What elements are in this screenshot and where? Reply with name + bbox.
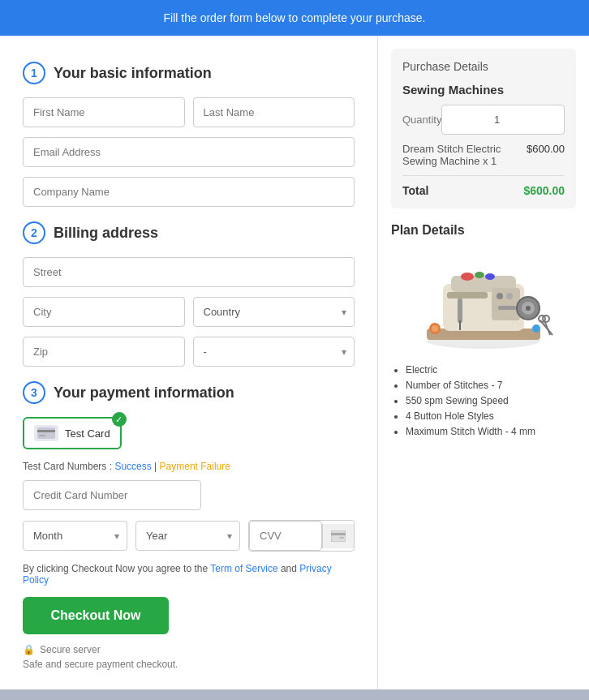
right-panel: Purchase Details Sewing Machines Quantit…	[378, 36, 589, 689]
plan-details-title: Plan Details	[391, 223, 576, 238]
item-row: Dream Stitch Electric Sewing Machine x 1…	[402, 143, 565, 176]
section2-header: 2 Billing address	[23, 221, 355, 244]
item-price: $600.00	[527, 143, 565, 167]
city-input[interactable]	[23, 297, 185, 327]
success-link[interactable]: Success	[114, 461, 151, 472]
terms-text: By clicking Checkout Now you agree to th…	[23, 563, 355, 586]
svg-rect-0	[37, 427, 55, 439]
section2-number: 2	[23, 221, 45, 244]
email-wrapper	[23, 137, 355, 167]
payment-row: Month 010203 040506 070809 101112 Year 2…	[23, 520, 355, 552]
checkout-button[interactable]: Checkout Now	[23, 597, 169, 634]
cc-input[interactable]	[23, 480, 201, 510]
section3-title: Your payment information	[54, 384, 234, 402]
feature-item: Number of Stitches - 7	[406, 380, 576, 391]
zip-input[interactable]	[23, 337, 185, 367]
name-row	[23, 97, 355, 127]
svg-rect-3	[331, 530, 346, 542]
company-wrapper	[23, 177, 355, 207]
banner-text: Fill the order form below to complete yo…	[164, 11, 426, 24]
cvv-input[interactable]	[249, 521, 322, 551]
svg-point-20	[497, 293, 503, 299]
country-select-wrapper: Country United States United Kingdom Can…	[193, 297, 355, 327]
tos-link[interactable]: Term of Service	[210, 563, 277, 574]
total-label: Total	[402, 184, 428, 197]
state-select-wrapper: - AL AK AZ CA CO FL GA IL NY TX	[193, 337, 355, 367]
failure-link[interactable]: Payment Failure	[160, 461, 230, 472]
card-icon	[34, 425, 58, 441]
card-check-icon: ✓	[112, 412, 127, 427]
test-card-option[interactable]: Test Card ✓	[23, 417, 122, 449]
quantity-row: Quantity	[402, 105, 565, 135]
company-row	[23, 177, 355, 207]
product-image-wrapper	[391, 247, 576, 353]
email-row	[23, 137, 355, 167]
country-select[interactable]: Country United States United Kingdom Can…	[193, 297, 355, 327]
total-value: $600.00	[523, 184, 565, 197]
year-select[interactable]: Year 202420252026 202720282029	[135, 521, 240, 551]
svg-point-29	[532, 324, 540, 333]
svg-rect-14	[447, 292, 488, 298]
test-card-info: Test Card Numbers : Success | Payment Fa…	[23, 461, 355, 472]
section1-number: 1	[23, 62, 45, 84]
section3-header: 3 Your payment information	[23, 381, 355, 404]
last-name-input[interactable]	[193, 97, 355, 127]
product-name: Sewing Machines	[402, 83, 565, 97]
svg-rect-1	[37, 430, 55, 432]
feature-item: Maximum Stitch Width - 4 mm	[406, 426, 576, 437]
svg-rect-2	[39, 435, 45, 436]
sewing-machine-image	[402, 247, 565, 353]
lock-icon: 🔒	[23, 644, 35, 655]
quantity-input[interactable]	[441, 105, 565, 135]
feature-item: 4 Button Hole Styles	[406, 410, 576, 422]
state-select[interactable]: - AL AK AZ CA CO FL GA IL NY TX	[193, 337, 355, 367]
svg-point-28	[432, 325, 438, 332]
last-name-wrapper	[193, 97, 355, 127]
company-input[interactable]	[23, 177, 355, 207]
quantity-label: Quantity	[402, 114, 441, 126]
month-select-wrapper: Month 010203 040506 070809 101112	[23, 521, 127, 551]
svg-point-19	[485, 273, 495, 280]
street-row	[23, 257, 355, 287]
svg-point-18	[475, 272, 484, 278]
svg-point-21	[506, 293, 513, 299]
cc-wrapper	[23, 480, 355, 510]
email-input[interactable]	[23, 137, 355, 167]
year-select-wrapper: Year 202420252026 202720282029	[135, 521, 240, 551]
section1-title: Your basic information	[54, 65, 212, 82]
section3-number: 3	[23, 381, 45, 404]
secure-row: 🔒 Secure server	[23, 644, 355, 655]
svg-rect-5	[339, 537, 344, 539]
left-panel: 1 Your basic information	[0, 36, 378, 689]
cvv-wrapper	[248, 520, 355, 552]
street-wrapper	[23, 257, 355, 287]
svg-point-17	[461, 273, 474, 281]
plan-details-section: Plan Details	[391, 223, 576, 437]
svg-rect-10	[492, 288, 520, 320]
city-wrapper	[23, 297, 185, 327]
cvv-icon	[322, 524, 354, 548]
svg-rect-4	[331, 533, 346, 535]
feature-item: 550 spm Sewing Speed	[406, 395, 576, 406]
street-input[interactable]	[23, 257, 355, 287]
month-select[interactable]: Month 010203 040506 070809 101112	[23, 521, 127, 551]
card-label: Test Card	[65, 427, 110, 440]
svg-rect-15	[458, 298, 462, 323]
section2-title: Billing address	[54, 225, 158, 242]
first-name-input[interactable]	[23, 97, 185, 127]
zip-state-row: - AL AK AZ CA CO FL GA IL NY TX	[23, 337, 355, 367]
purchase-details-title: Purchase Details	[402, 60, 565, 73]
first-name-wrapper	[23, 97, 185, 127]
secure-label: Secure server	[40, 644, 101, 655]
total-row: Total $600.00	[402, 184, 565, 197]
item-name: Dream Stitch Electric Sewing Machine x 1	[402, 143, 527, 167]
svg-rect-22	[498, 306, 516, 310]
zip-wrapper	[23, 337, 185, 367]
purchase-details-box: Purchase Details Sewing Machines Quantit…	[391, 49, 576, 208]
svg-point-13	[526, 306, 531, 311]
features-list: ElectricNumber of Stitches - 7550 spm Se…	[391, 364, 576, 437]
section1-header: 1 Your basic information	[23, 62, 355, 84]
top-banner: Fill the order form below to complete yo…	[0, 0, 589, 36]
feature-item: Electric	[406, 364, 576, 376]
safe-text: Safe and secure payment checkout.	[23, 659, 355, 670]
